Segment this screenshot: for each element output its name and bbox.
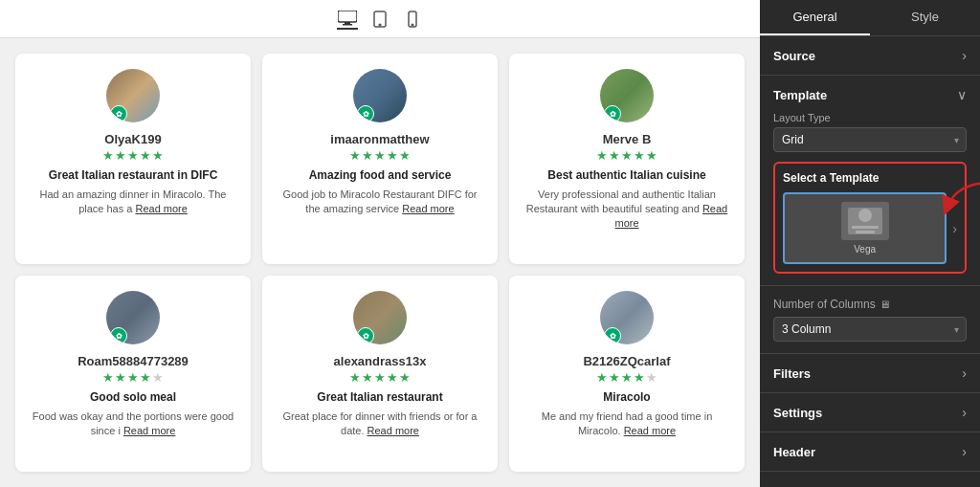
monitor-icon: 🖥	[880, 299, 890, 310]
right-panel: General Style Source › Template ∨ Layout…	[760, 0, 980, 487]
columns-label: Number of Columns 🖥	[773, 298, 967, 311]
review-text-3: Very professional and authentic Italian …	[524, 188, 729, 232]
tablet-icon[interactable]	[369, 9, 390, 30]
template-items: Vega ›	[783, 192, 957, 264]
settings-chevron-icon: ›	[962, 405, 967, 420]
review-text-6: Me and my friend had a good time in Mira…	[524, 410, 729, 439]
review-card-3: ✿ Merve B ★★★★★ Best authentic Italian c…	[509, 54, 745, 264]
columns-section: Number of Columns 🖥 1 Column 2 Column 3 …	[760, 286, 980, 354]
template-section: Template ∨ Layout Type Grid List Masonry…	[760, 76, 980, 286]
review-card-2: ✿ imaaronmatthew ★★★★★ Amazing food and …	[262, 54, 498, 264]
thumb-line-2	[856, 231, 875, 233]
review-text-5: Great place for dinner with friends or f…	[278, 410, 482, 439]
device-toolbar	[0, 0, 760, 38]
source-section[interactable]: Source ›	[760, 36, 980, 76]
avatar-3: ✿	[600, 69, 654, 122]
stars-4: ★★★★★	[102, 370, 165, 385]
header-chevron-icon: ›	[962, 444, 967, 459]
settings-section[interactable]: Settings ›	[760, 393, 980, 432]
template-next-arrow-icon[interactable]: ›	[952, 221, 957, 236]
review-grid: ✿ OlyaK199 ★★★★★ Great Italian restauran…	[0, 38, 760, 487]
stars-5: ★★★★★	[349, 370, 412, 385]
template-thumb-inner	[848, 208, 882, 234]
stars-3: ★★★★★	[596, 148, 658, 163]
reviewer-name-2: imaaronmatthew	[330, 132, 429, 146]
svg-rect-0	[338, 11, 357, 22]
read-more-1[interactable]: Read more	[135, 203, 187, 214]
stars-6: ★★★★★	[596, 370, 658, 385]
template-chevron-icon: ∨	[957, 87, 967, 102]
avatar-5: ✿	[353, 291, 407, 344]
template-label: Template	[773, 88, 827, 102]
source-chevron-icon: ›	[962, 48, 967, 63]
reviewer-name-4: Roam58884773289	[78, 354, 189, 368]
filters-label: Filters	[773, 366, 811, 381]
read-more-4[interactable]: Read more	[123, 425, 175, 436]
layout-type-row: Layout Type Grid List Masonry ▾	[773, 112, 967, 152]
main-content: ✿ OlyaK199 ★★★★★ Great Italian restauran…	[0, 0, 760, 487]
template-name-vega: Vega	[854, 244, 876, 255]
reviewer-name-5: alexandrass13x	[334, 354, 427, 368]
header-section[interactable]: Header ›	[760, 432, 980, 472]
template-item-vega[interactable]: Vega	[783, 192, 947, 264]
review-title-3: Best authentic Italian cuisine	[547, 168, 705, 184]
template-thumb-vega	[841, 202, 889, 240]
review-text-2: Good job to Miracolo Restaurant DIFC for…	[278, 188, 482, 217]
svg-rect-1	[345, 22, 350, 24]
layout-type-select-wrapper: Grid List Masonry ▾	[773, 127, 967, 152]
review-title-2: Amazing food and service	[309, 168, 452, 184]
review-card-1: ✿ OlyaK199 ★★★★★ Great Italian restauran…	[15, 54, 251, 264]
avatar-1: ✿	[106, 69, 160, 122]
layout-type-select[interactable]: Grid List Masonry	[773, 127, 967, 152]
thumb-circle	[858, 209, 872, 222]
reviewer-name-1: OlyaK199	[104, 132, 161, 146]
read-more-5[interactable]: Read more	[368, 425, 419, 436]
review-title-4: Good solo meal	[90, 390, 176, 406]
filters-chevron-icon: ›	[962, 365, 967, 381]
avatar-6: ✿	[600, 291, 654, 344]
review-title-5: Great Italian restaurant	[317, 390, 442, 406]
review-title-1: Great Italian restaurant in DIFC	[49, 168, 218, 184]
tab-general[interactable]: General	[760, 0, 870, 35]
stars-1: ★★★★★	[102, 148, 165, 163]
panel-tabs: General Style	[760, 0, 980, 36]
review-card-4: ✿ Roam58884773289 ★★★★★ Good solo meal F…	[15, 276, 251, 472]
columns-select[interactable]: 1 Column 2 Column 3 Column 4 Column	[773, 317, 967, 342]
svg-point-6	[412, 24, 413, 26]
review-title-6: Miracolo	[603, 390, 650, 406]
mobile-icon[interactable]	[402, 9, 423, 30]
select-template-label: Select a Template	[783, 171, 957, 185]
settings-label: Settings	[773, 406, 822, 420]
layout-type-label: Layout Type	[773, 112, 967, 123]
reviewer-name-6: B2126ZQcarlaf	[583, 354, 670, 368]
avatar-2: ✿	[353, 69, 407, 122]
review-text-4: Food was okay and the portions were good…	[31, 410, 235, 439]
filters-section[interactable]: Filters ›	[760, 354, 980, 393]
read-more-6[interactable]: Read more	[624, 425, 676, 436]
reviewer-name-3: Merve B	[603, 132, 652, 146]
stars-2: ★★★★★	[349, 148, 412, 163]
review-card-6: ✿ B2126ZQcarlaf ★★★★★ Miracolo Me and my…	[509, 276, 745, 472]
svg-rect-2	[343, 24, 352, 26]
template-section-header[interactable]: Template ∨	[773, 87, 967, 102]
read-more-2[interactable]: Read more	[402, 203, 454, 214]
tab-style[interactable]: Style	[870, 0, 980, 35]
thumb-line-1	[852, 226, 879, 229]
svg-point-4	[379, 24, 381, 26]
review-card-5: ✿ alexandrass13x ★★★★★ Great Italian res…	[262, 276, 498, 472]
columns-select-wrapper: 1 Column 2 Column 3 Column 4 Column ▾	[773, 317, 967, 342]
review-text-1: Had an amazing dinner in Miracolo. The p…	[31, 188, 235, 217]
desktop-icon[interactable]	[337, 9, 358, 30]
source-label: Source	[773, 49, 815, 63]
avatar-4: ✿	[106, 291, 160, 344]
header-label: Header	[773, 445, 815, 459]
